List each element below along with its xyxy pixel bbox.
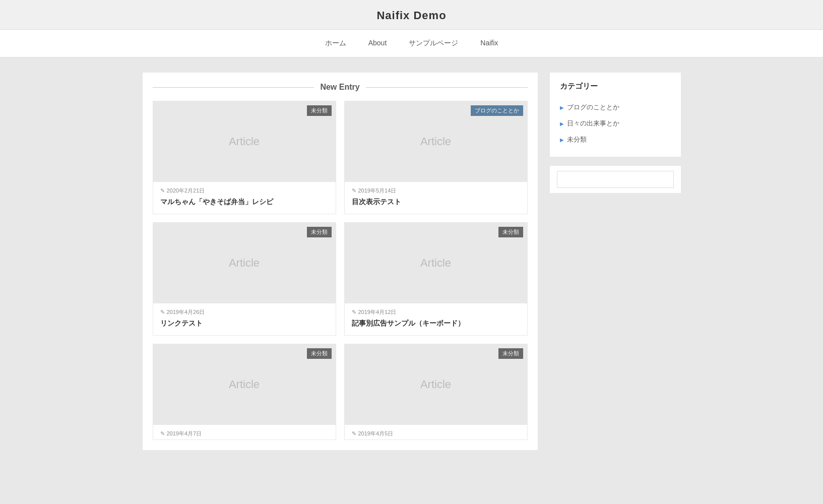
thumbnail-label: Article (420, 378, 451, 391)
article-card[interactable]: Articleブログのこととか✎2019年5月14日目次表示テスト (344, 101, 528, 214)
article-date: 2019年4月12日 (358, 308, 397, 316)
category-label: 未分類 (567, 135, 587, 144)
article-date: 2019年5月14日 (358, 187, 397, 195)
edit-icon: ✎ (160, 309, 165, 316)
article-meta: ✎2019年5月14日 (345, 182, 527, 197)
sidebar: カテゴリー ▶ブログのこととか▶日々の出来事とか▶未分類 (550, 73, 681, 450)
nav-item-Naifix[interactable]: Naifix (469, 30, 509, 56)
edit-icon: ✎ (160, 187, 165, 194)
article-meta: ✎2020年2月21日 (153, 182, 336, 197)
categories-title: カテゴリー (560, 82, 671, 91)
article-card[interactable]: Article未分類✎2019年4月5日 (344, 344, 528, 440)
article-card[interactable]: Article未分類✎2019年4月26日リンクテスト (153, 222, 336, 336)
article-card[interactable]: Article未分類✎2019年4月12日記事別広告サンプル（キーボード） (344, 222, 528, 336)
article-badge: 未分類 (307, 348, 332, 359)
article-meta: ✎2019年4月12日 (345, 303, 527, 318)
nav-item-ホーム[interactable]: ホーム (314, 30, 357, 57)
article-badge: 未分類 (307, 227, 332, 237)
search-widget (550, 166, 681, 193)
article-thumbnail: Article未分類 (153, 101, 336, 182)
article-thumbnail: Article未分類 (153, 344, 336, 425)
nav-item-About[interactable]: About (357, 30, 398, 56)
article-thumbnail: Articleブログのこととか (345, 101, 527, 182)
category-label: ブログのこととか (567, 103, 619, 112)
thumbnail-label: Article (229, 135, 260, 148)
category-item[interactable]: ▶ブログのこととか (560, 99, 671, 115)
categories-widget: カテゴリー ▶ブログのこととか▶日々の出来事とか▶未分類 (550, 73, 681, 157)
content-area: New Entry Article未分類✎2020年2月21日マルちゃん「やきそ… (143, 73, 538, 450)
article-title: マルちゃん「やきそば弁当」レシピ (153, 197, 336, 214)
article-date: 2019年4月5日 (358, 430, 394, 437)
article-meta: ✎2019年4月5日 (345, 425, 527, 439)
section-title: New Entry (153, 83, 528, 92)
category-item[interactable]: ▶日々の出来事とか (560, 115, 671, 132)
article-title: リンクテスト (153, 318, 336, 335)
edit-icon: ✎ (160, 430, 165, 437)
article-title: 目次表示テスト (345, 197, 527, 214)
site-main: New Entry Article未分類✎2020年2月21日マルちゃん「やきそ… (135, 73, 689, 450)
article-badge: 未分類 (498, 227, 523, 237)
thumbnail-label: Article (420, 135, 451, 148)
article-thumbnail: Article未分類 (153, 223, 336, 303)
site-title: Naifix Demo (0, 9, 823, 22)
article-grid: Article未分類✎2020年2月21日マルちゃん「やきそば弁当」レシピArt… (153, 101, 528, 440)
thumbnail-label: Article (229, 257, 260, 270)
site-header: Naifix Demo (0, 0, 823, 30)
category-list: ▶ブログのこととか▶日々の出来事とか▶未分類 (560, 99, 671, 148)
category-label: 日々の出来事とか (567, 119, 619, 128)
category-arrow-icon: ▶ (560, 105, 564, 110)
article-badge: 未分類 (307, 105, 332, 116)
article-meta: ✎2019年4月7日 (153, 425, 336, 439)
article-date: 2019年4月7日 (167, 430, 202, 437)
article-badge: 未分類 (498, 348, 523, 359)
category-arrow-icon: ▶ (560, 121, 564, 127)
article-card[interactable]: Article未分類✎2019年4月7日 (153, 344, 336, 440)
site-nav: ホームAboutサンプルページNaifix (0, 30, 823, 57)
category-arrow-icon: ▶ (560, 137, 564, 143)
edit-icon: ✎ (352, 309, 356, 316)
article-thumbnail: Article未分類 (345, 223, 527, 303)
edit-icon: ✎ (352, 187, 356, 194)
search-input[interactable] (557, 171, 674, 188)
article-badge: ブログのこととか (471, 105, 523, 116)
nav-item-サンプルページ[interactable]: サンプルページ (398, 30, 469, 57)
article-date: 2020年2月21日 (167, 187, 205, 195)
thumbnail-label: Article (420, 257, 451, 270)
article-thumbnail: Article未分類 (345, 344, 527, 425)
article-meta: ✎2019年4月26日 (153, 303, 336, 318)
thumbnail-label: Article (229, 378, 260, 391)
article-card[interactable]: Article未分類✎2020年2月21日マルちゃん「やきそば弁当」レシピ (153, 101, 336, 214)
category-item[interactable]: ▶未分類 (560, 132, 671, 148)
article-title: 記事別広告サンプル（キーボード） (345, 318, 527, 335)
article-date: 2019年4月26日 (167, 308, 205, 316)
edit-icon: ✎ (352, 430, 356, 437)
